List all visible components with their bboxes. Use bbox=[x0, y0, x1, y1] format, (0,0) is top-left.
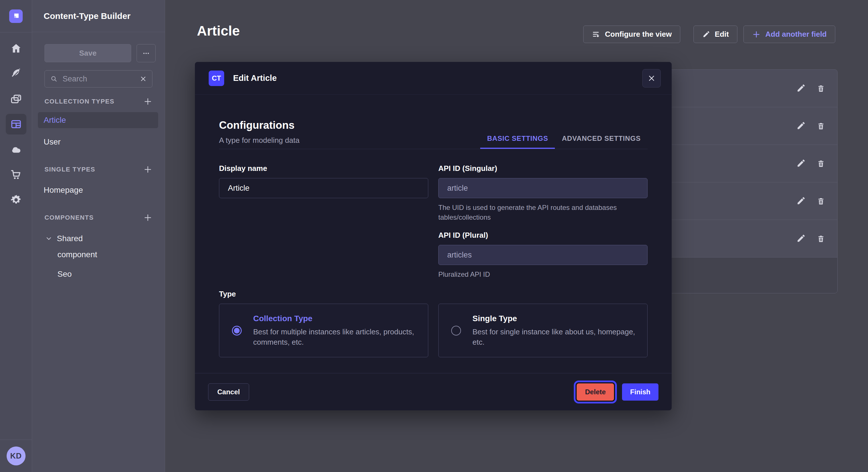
api-id-plural-field: API ID (Plural) Pluralized API ID bbox=[438, 231, 648, 279]
sidebar-item-article[interactable]: Article bbox=[38, 112, 158, 128]
clear-search-icon[interactable] bbox=[140, 75, 147, 82]
plus-icon bbox=[143, 97, 152, 106]
tab-basic-settings[interactable]: BASIC SETTINGS bbox=[480, 134, 555, 149]
app-root: KD Content-Type Builder Save bbox=[0, 0, 868, 472]
edit-field-pencil-icon[interactable] bbox=[796, 159, 806, 168]
sidebar-item-component[interactable]: component bbox=[32, 247, 165, 263]
collection-type-title: Collection Type bbox=[253, 314, 420, 323]
components-label: COMPONENTS bbox=[44, 214, 94, 222]
display-name-field: Display name bbox=[219, 164, 428, 198]
strapi-logo-icon bbox=[12, 12, 20, 20]
pencil-icon bbox=[702, 30, 710, 38]
type-option-collection-type[interactable]: Collection Type Best for multiple instan… bbox=[219, 304, 428, 357]
add-another-field-label: Add another field bbox=[765, 30, 827, 39]
single-types-section-header: SINGLE TYPES bbox=[44, 165, 152, 174]
sidebar-item-homepage[interactable]: Homepage bbox=[32, 182, 165, 198]
tabs-divider bbox=[219, 149, 648, 149]
nav-rail: KD bbox=[0, 0, 32, 472]
configurations-heading-block: Configurations A type for modeling data bbox=[219, 119, 299, 149]
close-icon bbox=[648, 74, 655, 82]
configure-view-label: Configure the view bbox=[605, 30, 672, 39]
home-icon[interactable] bbox=[6, 38, 26, 59]
radio-selected-icon[interactable] bbox=[232, 326, 242, 336]
save-row: Save bbox=[44, 44, 156, 62]
sidebar-item-seo[interactable]: Seo bbox=[32, 266, 165, 282]
add-collection-type-button[interactable] bbox=[143, 97, 152, 106]
save-button[interactable]: Save bbox=[44, 44, 131, 62]
edit-button[interactable]: Edit bbox=[693, 26, 737, 43]
api-id-plural-input[interactable] bbox=[438, 245, 648, 265]
plus-icon bbox=[143, 165, 152, 174]
delete-field-trash-icon[interactable] bbox=[816, 121, 826, 131]
api-id-singular-hint: The UID is used to generate the API rout… bbox=[438, 203, 648, 222]
display-name-input[interactable] bbox=[219, 178, 428, 198]
delete-field-trash-icon[interactable] bbox=[816, 196, 826, 206]
components-section-header: COMPONENTS bbox=[44, 213, 152, 222]
chevron-down-icon bbox=[45, 235, 53, 242]
content-type-badge: CT bbox=[209, 71, 224, 86]
single-types-label: SINGLE TYPES bbox=[44, 166, 95, 173]
plus-icon bbox=[752, 30, 761, 39]
form-column-right: API ID (Singular) The UID is used to gen… bbox=[438, 164, 648, 279]
type-option-single-type[interactable]: Single Type Best for single instance lik… bbox=[438, 304, 648, 357]
add-single-type-button[interactable] bbox=[143, 165, 152, 174]
api-id-singular-field: API ID (Singular) The UID is used to gen… bbox=[438, 164, 648, 222]
search-input[interactable] bbox=[62, 74, 135, 84]
type-options: Collection Type Best for multiple instan… bbox=[219, 304, 648, 357]
tab-advanced-settings[interactable]: ADVANCED SETTINGS bbox=[555, 134, 648, 149]
shared-group-label: Shared bbox=[57, 234, 83, 243]
collection-types-section-header: COLLECTION TYPES bbox=[44, 97, 152, 106]
sidebar-item-user[interactable]: User bbox=[32, 134, 165, 150]
add-component-button[interactable] bbox=[143, 213, 152, 222]
filter-lines-icon bbox=[592, 30, 600, 39]
finish-button[interactable]: Finish bbox=[622, 383, 658, 401]
configurations-heading: Configurations bbox=[219, 119, 299, 131]
modal-title: Edit Article bbox=[233, 73, 277, 83]
rail-header bbox=[0, 0, 32, 32]
type-option-text: Collection Type Best for multiple instan… bbox=[253, 314, 420, 347]
api-id-plural-label: API ID (Plural) bbox=[438, 231, 648, 240]
cancel-button[interactable]: Cancel bbox=[208, 383, 249, 401]
form-column-left: Display name bbox=[219, 164, 428, 279]
search-icon bbox=[50, 75, 58, 83]
delete-field-trash-icon[interactable] bbox=[816, 159, 826, 168]
strapi-logo[interactable] bbox=[9, 9, 23, 23]
api-id-singular-label: API ID (Singular) bbox=[438, 164, 648, 173]
edit-label: Edit bbox=[715, 30, 729, 39]
modal-body: Configurations A type for modeling data … bbox=[195, 95, 672, 357]
api-id-singular-input[interactable] bbox=[438, 178, 648, 198]
delete-button[interactable]: Delete bbox=[577, 383, 614, 401]
marketplace-cart-icon[interactable] bbox=[6, 164, 26, 185]
close-modal-button[interactable] bbox=[642, 69, 661, 88]
content-type-builder-sidebar: Content-Type Builder Save COLLECTION TYP… bbox=[32, 0, 165, 472]
page-title: Article bbox=[197, 23, 240, 39]
content-manager-feather-icon[interactable] bbox=[6, 63, 26, 84]
radio-unselected-icon[interactable] bbox=[451, 326, 461, 336]
edit-field-pencil-icon[interactable] bbox=[796, 196, 806, 206]
configure-view-button[interactable]: Configure the view bbox=[583, 26, 681, 43]
cloud-icon[interactable] bbox=[6, 139, 26, 160]
display-name-label: Display name bbox=[219, 164, 428, 173]
media-library-icon[interactable] bbox=[6, 89, 26, 109]
modal-footer: Cancel Delete Finish bbox=[195, 373, 672, 410]
edit-field-pencil-icon[interactable] bbox=[796, 83, 806, 93]
sidebar-header: Content-Type Builder bbox=[32, 0, 165, 32]
plugin-title: Content-Type Builder bbox=[43, 11, 131, 21]
delete-field-trash-icon[interactable] bbox=[816, 234, 826, 243]
content-type-builder-icon[interactable] bbox=[6, 114, 26, 134]
delete-field-trash-icon[interactable] bbox=[816, 84, 826, 93]
edit-field-pencil-icon[interactable] bbox=[796, 121, 806, 131]
basic-settings-form: Display name API ID (Singular) The UID i… bbox=[219, 164, 648, 279]
user-avatar[interactable]: KD bbox=[7, 446, 26, 465]
more-horizontal-icon bbox=[142, 49, 150, 58]
collection-type-description: Best for multiple instances like article… bbox=[253, 327, 420, 347]
edit-field-pencil-icon[interactable] bbox=[796, 234, 806, 243]
single-type-description: Best for single instance like about us, … bbox=[472, 327, 639, 347]
more-button[interactable] bbox=[136, 44, 156, 62]
settings-tabs: BASIC SETTINGS ADVANCED SETTINGS bbox=[480, 134, 648, 149]
add-another-field-button[interactable]: Add another field bbox=[743, 26, 835, 43]
sidebar-group-shared[interactable]: Shared bbox=[32, 231, 165, 247]
rail-nav bbox=[0, 32, 32, 215]
settings-gear-icon[interactable] bbox=[6, 190, 26, 210]
type-option-text: Single Type Best for single instance lik… bbox=[472, 314, 639, 347]
